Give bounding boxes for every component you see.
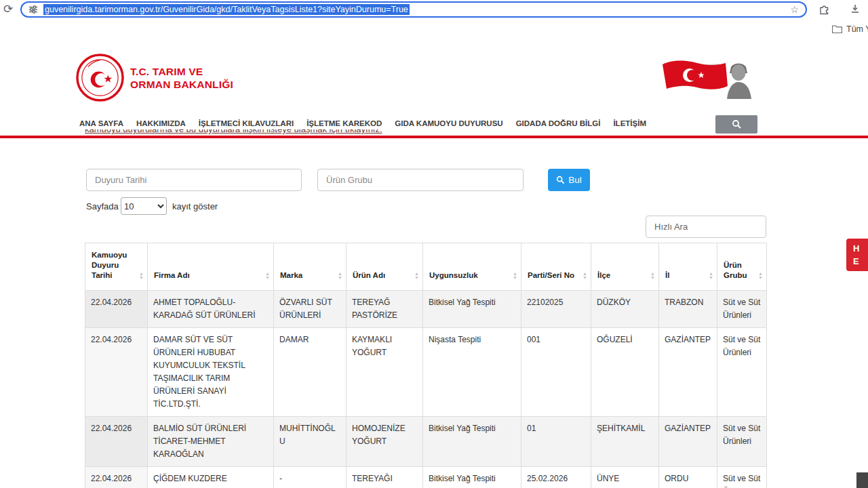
table-cell: 22.04.2026 [85, 417, 148, 467]
nav-ana-sayfa[interactable]: ANA SAYFA [79, 119, 123, 127]
column-header[interactable]: Uygunsuzluk▲▼ [423, 243, 521, 291]
column-header-label: Firma Adı [154, 271, 190, 279]
sort-icon: ▲▼ [650, 272, 655, 280]
table-cell: KAYMAKLI YOĞURT [347, 328, 423, 417]
reload-icon[interactable]: ⟳ [3, 2, 13, 16]
nav-hakkimizda[interactable]: HAKKIMIZDA [136, 119, 186, 127]
red-divider [0, 136, 868, 138]
table-cell: GAZİANTEP [659, 417, 717, 467]
search-icon [732, 119, 742, 129]
ministry-name-line1: T.C. TARIM VE [130, 65, 233, 78]
table-cell: TEREYAĞI [347, 467, 423, 488]
column-header[interactable]: Firma Adı▲▼ [148, 243, 274, 291]
table-cell: DAMAR SÜT VE SÜT ÜRÜNLERİ HUBUBAT KUYUMC… [148, 328, 274, 417]
table-row: 22.04.2026AHMET TOPALOĞLU-KARADAĞ SÜT ÜR… [85, 291, 767, 328]
site-settings-icon[interactable] [28, 5, 38, 14]
column-header-label: Uygunsuzluk [429, 271, 478, 279]
announcement-date-input[interactable] [86, 169, 302, 191]
sort-icon: ▲▼ [139, 272, 144, 280]
column-header-label: Kamuoyu Duyuru Tarihi [92, 251, 127, 279]
table-cell: 22102025 [521, 291, 591, 328]
table-row: 22.04.2026BALMİO SÜT ÜRÜNLERİ TİCARET-ME… [85, 417, 767, 467]
table-cell: Süt ve Süt Ürünleri [717, 417, 767, 467]
sort-icon: ▲▼ [709, 272, 713, 280]
column-header[interactable]: İl▲▼ [659, 243, 717, 291]
nav-gida-kamuoyu-duyurusu[interactable]: GIDA KAMUOYU DUYURUSU [395, 119, 502, 127]
sort-icon: ▲▼ [265, 272, 270, 280]
page-size-select[interactable]: 10 [121, 197, 167, 215]
nav-isletmeci-kilavuzlari[interactable]: İŞLETMECİ KILAVUZLARI [199, 119, 294, 127]
table-cell: Süt ve Süt Ürünleri [717, 328, 767, 417]
table-cell: ORDU [659, 467, 717, 488]
nav-iletisim[interactable]: İLETİŞİM [613, 119, 646, 127]
table-cell: Bitkisel Yağ Tespiti [423, 291, 521, 328]
sort-icon: ▲▼ [414, 272, 419, 280]
announcement-table: Kamuoyu Duyuru Tarihi▲▼Firma Adı▲▼Marka▲… [85, 243, 767, 488]
table-cell: Süt ve Süt Ürünleri [717, 467, 767, 488]
table-cell: 25.02.2026 [521, 467, 591, 488]
url-text[interactable]: guvenilirgida.tarimorman.gov.tr/Guvenili… [43, 4, 410, 15]
table-cell: Bitkisel Yağ Tespiti [423, 417, 521, 467]
sort-icon: ▲▼ [338, 272, 342, 280]
column-header-label: İl [665, 271, 669, 279]
table-cell: 22.04.2026 [85, 328, 148, 417]
table-cell: 22.04.2026 [85, 291, 148, 328]
table-cell: AHMET TOPALOĞLU-KARADAĞ SÜT ÜRÜNLERİ [148, 291, 274, 328]
table-cell: ÖZVARLI SÜT ÜRÜNLERİ [274, 291, 347, 328]
main-nav: ANA SAYFA HAKKIMIZDA İŞLETMECİ KILAVUZLA… [79, 119, 646, 127]
side-badge[interactable]: H E [846, 239, 868, 271]
table-cell: TRABZON [659, 291, 717, 328]
column-header-label: Marka [280, 271, 302, 279]
column-header[interactable]: İlçe▲▼ [591, 243, 659, 291]
folder-icon [832, 25, 842, 33]
quick-search-input[interactable] [646, 216, 766, 238]
all-bookmarks[interactable]: Tüm Y [832, 24, 868, 34]
product-group-input[interactable] [317, 169, 524, 191]
sort-icon: ▲▼ [758, 272, 763, 280]
table-row: 22.04.2026DAMAR SÜT VE SÜT ÜRÜNLERİ HUBU… [85, 328, 767, 417]
table-cell: DÜZKÖY [591, 291, 659, 328]
column-header-label: Ürün Grubu [724, 261, 747, 279]
column-header[interactable]: Kamuoyu Duyuru Tarihi▲▼ [85, 243, 148, 291]
table-cell: ŞEHİTKAMİL [591, 417, 659, 467]
column-header[interactable]: Ürün Grubu▲▼ [717, 243, 767, 291]
column-header[interactable]: Marka▲▼ [274, 243, 347, 291]
table-cell: Bitkisel Yağ Tespiti [423, 467, 521, 488]
column-header[interactable]: Ürün Adı▲▼ [347, 243, 423, 291]
search-icon [556, 176, 565, 184]
nav-search-button[interactable] [715, 115, 757, 134]
bookmark-star-icon[interactable]: ☆ [790, 4, 799, 15]
table-header-row: Kamuoyu Duyuru Tarihi▲▼Firma Adı▲▼Marka▲… [85, 243, 767, 291]
table-cell: BALMİO SÜT ÜRÜNLERİ TİCARET-MEHMET KARAO… [148, 417, 274, 467]
column-header-label: Ürün Adı [353, 271, 385, 279]
table-cell: HOMOJENİZE YOĞURT [347, 417, 423, 467]
table-cell: Nişasta Tespiti [423, 328, 521, 417]
table-cell: 22.04.2026 [85, 467, 148, 488]
ministry-logo[interactable] [75, 52, 125, 103]
download-icon[interactable] [850, 3, 861, 14]
table-cell: OĞUZELİ [591, 328, 659, 417]
column-header[interactable]: Parti/Seri No▲▼ [521, 243, 591, 291]
nav-isletme-karekod[interactable]: İŞLETME KAREKOD [307, 119, 382, 127]
column-header-label: İlçe [597, 271, 610, 279]
url-bar[interactable]: guvenilirgida.tarimorman.gov.tr/Guvenili… [20, 1, 807, 18]
browser-chrome: ⟳ guvenilirgida.tarimorman.gov.tr/Guveni… [0, 0, 868, 38]
sort-icon: ▲▼ [583, 272, 587, 280]
search-submit-button[interactable]: Bul [548, 169, 590, 191]
browser-window: ⟳ guvenilirgida.tarimorman.gov.tr/Guveni… [0, 0, 868, 488]
flag-ataturk-image [660, 56, 756, 99]
table-cell: - [274, 467, 347, 488]
nav-gidada-dogru-bilgi[interactable]: GIDADA DOĞRU BİLGİ [516, 119, 601, 127]
table-cell: 001 [521, 328, 591, 417]
table-cell: Süt ve Süt Ürünleri [717, 291, 767, 328]
table-cell: MUHİTTİNOĞLU [274, 417, 347, 467]
extensions-icon[interactable] [819, 3, 830, 15]
table-cell: 01 [521, 417, 591, 467]
sort-icon: ▲▼ [513, 272, 517, 280]
scrollbar-corner[interactable] [856, 472, 868, 488]
table-cell: GAZİANTEP [659, 328, 717, 417]
table-cell: DAMAR [274, 328, 347, 417]
ministry-name: T.C. TARIM VE ORMAN BAKANLIĞI [130, 65, 233, 91]
table-cell: ÇİĞDEM KUZDERE [148, 467, 274, 488]
side-badge-line2: E [853, 255, 868, 268]
